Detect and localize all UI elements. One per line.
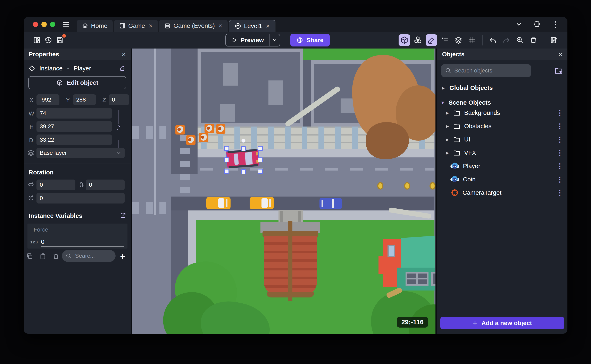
coin-object[interactable] (404, 182, 410, 189)
crate-object[interactable] (216, 124, 226, 134)
save-icon[interactable] (54, 34, 66, 46)
edit-events-icon[interactable] (549, 34, 560, 46)
grid-icon[interactable] (466, 34, 478, 46)
layers-icon[interactable] (453, 34, 464, 46)
edit-mode-pencil-icon[interactable] (426, 34, 437, 46)
tab-game-events[interactable]: Game (Events) × (159, 20, 227, 32)
w-input[interactable] (36, 108, 112, 118)
resize-handle-s[interactable] (241, 169, 246, 174)
add-folder-icon[interactable] (554, 66, 563, 75)
kebab-menu-icon[interactable]: ⋮ (556, 135, 563, 143)
resize-handle-se[interactable] (258, 169, 263, 174)
coin-object[interactable] (430, 182, 435, 189)
yellow-car[interactable] (250, 197, 274, 209)
unlink-proportions-icon[interactable] (115, 125, 121, 131)
chevron-down-icon[interactable] (515, 21, 522, 28)
rotation-handle[interactable] (241, 139, 246, 143)
h-input[interactable] (36, 121, 112, 132)
tab-home[interactable]: Home (77, 20, 113, 32)
variable-value[interactable]: 0 (41, 238, 45, 245)
selected-player-object[interactable] (226, 149, 259, 169)
preview-options-button[interactable] (269, 34, 280, 46)
autumn-tree[interactable] (341, 55, 435, 169)
tab-close-icon[interactable]: × (149, 22, 153, 30)
kebab-menu-icon[interactable]: ⋮ (556, 175, 563, 183)
rotation-z-input[interactable] (36, 193, 125, 203)
crate-object[interactable] (205, 124, 214, 133)
tab-close-icon[interactable]: × (219, 22, 222, 30)
add-new-object-button[interactable]: + Add a new object (440, 317, 564, 329)
toggle-3d-view-icon[interactable] (398, 34, 410, 46)
x-input[interactable] (36, 94, 60, 105)
resize-handle-n[interactable] (241, 146, 246, 151)
folder-row-backgrounds[interactable]: ▸ Backgrounds ⋮ (437, 106, 567, 119)
d-input[interactable] (36, 135, 112, 145)
window-minimize-button[interactable] (41, 22, 47, 27)
paste-icon[interactable] (39, 253, 46, 260)
object-row-player[interactable]: Player ⋮ (437, 159, 567, 173)
close-icon[interactable]: × (122, 50, 126, 58)
cursor-coordinates-badge: 29;-116 (397, 317, 428, 328)
instances-list-icon[interactable] (439, 34, 451, 46)
copy-icon[interactable] (26, 253, 33, 260)
castle-tower[interactable] (260, 210, 320, 303)
resize-handle-ne[interactable] (258, 146, 263, 151)
crate-object[interactable] (199, 133, 208, 142)
crate-object[interactable] (186, 135, 195, 145)
share-button[interactable]: Share (290, 34, 330, 46)
building-roof[interactable] (198, 49, 303, 127)
kebab-menu-icon[interactable]: ⋮ (556, 188, 563, 197)
layer-select[interactable]: Base layer (36, 148, 125, 158)
extensions-puzzle-icon[interactable] (533, 20, 541, 28)
folder-row-vfx[interactable]: ▸ VFX ⋮ (437, 146, 567, 159)
kebab-menu-icon[interactable]: ⋮ (556, 122, 563, 130)
zoom-in-icon[interactable] (514, 34, 526, 46)
folder-row-ui[interactable]: ▸ UI ⋮ (437, 133, 567, 146)
unsaved-changes-badge (62, 34, 66, 38)
scene-canvas[interactable]: 29;-116 (132, 49, 435, 334)
window-zoom-button[interactable] (50, 22, 55, 27)
window-close-button[interactable] (33, 22, 38, 27)
resize-handle-nw[interactable] (224, 146, 229, 151)
z-input[interactable] (109, 94, 129, 105)
unlock-icon[interactable] (119, 65, 126, 72)
resize-handle-sw[interactable] (224, 169, 229, 174)
redo-icon[interactable] (501, 34, 512, 46)
tab-close-icon[interactable]: × (266, 22, 270, 30)
resize-handle-w[interactable] (224, 157, 229, 162)
yellow-car[interactable] (206, 197, 231, 209)
coin-object[interactable] (377, 182, 383, 189)
folder-row-obstacles[interactable]: ▸ Obstacles ⋮ (437, 120, 567, 133)
rotation-y-input[interactable] (86, 180, 125, 190)
trash-icon[interactable] (53, 253, 60, 260)
objects-search-input[interactable] (441, 64, 531, 77)
editor-toolbar: Preview Share (24, 32, 567, 49)
objects-groups-icon[interactable] (412, 34, 424, 46)
object-row-coin[interactable]: Coin ⋮ (437, 173, 567, 186)
crate-object[interactable] (175, 125, 185, 135)
kebab-menu-icon[interactable]: ⋮ (556, 162, 563, 170)
rotation-x-input[interactable] (36, 180, 75, 190)
trash-icon[interactable] (528, 34, 539, 46)
open-variables-external-icon[interactable] (120, 212, 126, 219)
edit-object-button[interactable]: Edit object (28, 76, 126, 89)
preview-button[interactable]: Preview (226, 34, 269, 46)
add-variable-button[interactable]: + (120, 252, 126, 262)
object-row-cameratarget[interactable]: CameraTarget ⋮ (437, 186, 567, 199)
global-objects-group[interactable]: ▸ Global Objects (437, 81, 567, 94)
house[interactable] (381, 237, 435, 292)
variable-name[interactable]: Force (33, 227, 48, 233)
y-input[interactable] (73, 94, 96, 105)
tab-level1[interactable]: Level1 × (229, 20, 275, 32)
main-menu-icon[interactable] (62, 21, 70, 28)
kebab-menu-icon[interactable]: ⋮ (556, 109, 563, 117)
resize-handle-e[interactable] (258, 157, 263, 162)
tab-game[interactable]: Game × (114, 20, 158, 32)
history-icon[interactable] (43, 34, 54, 46)
open-panels-icon[interactable] (31, 34, 43, 46)
blue-car[interactable] (319, 198, 342, 209)
kebab-menu-icon[interactable]: ⋮ (556, 149, 563, 157)
close-icon[interactable]: × (558, 50, 563, 58)
browser-menu-icon[interactable]: ⋮ (551, 20, 559, 28)
undo-icon[interactable] (487, 34, 498, 46)
